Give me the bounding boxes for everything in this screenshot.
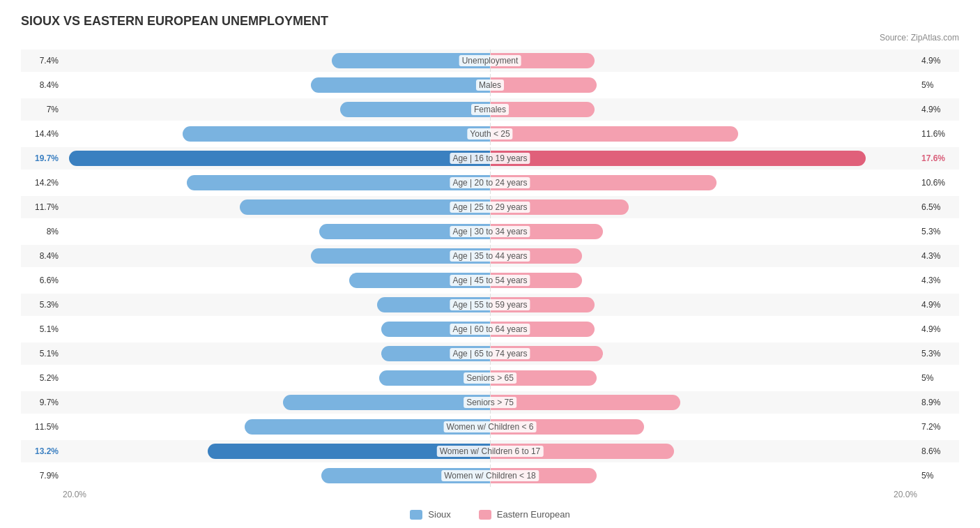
bars-wrapper: Age | 45 to 54 years <box>63 269 917 292</box>
bars-wrapper: Age | 16 to 19 years <box>63 147 917 169</box>
chart-row: 5.3%Age | 55 to 59 years4.9% <box>21 294 959 316</box>
bars-wrapper: Unemployment <box>63 50 917 72</box>
center-label: Youth < 25 <box>467 128 512 139</box>
bar-left <box>311 77 490 93</box>
bars-wrapper: Females <box>63 98 917 121</box>
right-value: 4.3% <box>917 251 959 261</box>
center-label: Age | 45 to 54 years <box>450 275 530 286</box>
right-value: 4.9% <box>917 56 959 66</box>
chart-title: SIOUX VS EASTERN EUROPEAN UNEMPLOYMENT <box>21 14 959 29</box>
bar-left <box>283 395 490 410</box>
right-value: 5% <box>917 80 959 90</box>
legend-sioux-label: Sioux <box>428 509 451 520</box>
center-label: Women w/ Children < 18 <box>441 470 539 481</box>
bars-wrapper: Women w/ Children < 6 <box>63 416 917 438</box>
legend-eastern-label: Eastern European <box>497 509 570 520</box>
bars-wrapper: Males <box>63 74 917 96</box>
left-value: 9.7% <box>21 398 63 407</box>
bar-left <box>340 102 490 117</box>
bar-right <box>490 151 866 166</box>
chart-row: 13.2%Women w/ Children 6 to 178.6% <box>21 440 959 462</box>
legend: Sioux Eastern European <box>21 509 959 520</box>
center-label: Age | 25 to 29 years <box>450 202 530 213</box>
chart-area: 7.4%Unemployment4.9%8.4%Males5%7%Females… <box>21 50 959 499</box>
right-value: 5% <box>917 471 959 481</box>
right-value: 10.6% <box>917 178 959 188</box>
right-value: 8.9% <box>917 398 959 407</box>
left-value: 5.2% <box>21 373 63 383</box>
legend-sioux-box <box>410 510 422 520</box>
right-value: 4.3% <box>917 276 959 285</box>
center-label: Age | 20 to 24 years <box>450 177 530 188</box>
chart-row: 11.5%Women w/ Children < 67.2% <box>21 416 959 438</box>
center-label: Unemployment <box>459 55 521 66</box>
legend-sioux: Sioux <box>410 509 451 520</box>
right-value: 5% <box>917 373 959 383</box>
chart-row: 6.6%Age | 45 to 54 years4.3% <box>21 269 959 292</box>
bars-wrapper: Age | 65 to 74 years <box>63 342 917 365</box>
center-label: Age | 65 to 74 years <box>450 348 530 359</box>
center-label: Age | 60 to 64 years <box>450 324 530 335</box>
right-value: 4.9% <box>917 300 959 310</box>
axis-row: 20.0% 20.0% <box>21 490 959 499</box>
chart-row: 14.4%Youth < 2511.6% <box>21 123 959 145</box>
left-value: 6.6% <box>21 276 63 285</box>
left-value: 5.1% <box>21 349 63 359</box>
center-label: Males <box>476 80 504 91</box>
legend-eastern-box <box>479 510 491 520</box>
left-value: 7% <box>21 105 63 114</box>
chart-row: 5.1%Age | 60 to 64 years4.9% <box>21 318 959 340</box>
chart-row: 7%Females4.9% <box>21 98 959 121</box>
center-label: Age | 16 to 19 years <box>450 153 530 164</box>
center-label: Age | 35 to 44 years <box>450 250 530 262</box>
center-label: Seniors > 75 <box>464 397 516 408</box>
axis-left: 20.0% <box>63 490 86 499</box>
center-label: Females <box>471 104 509 115</box>
left-value: 5.1% <box>21 324 63 334</box>
chart-row: 7.9%Women w/ Children < 185% <box>21 465 959 487</box>
right-value: 6.5% <box>917 202 959 212</box>
left-value: 5.3% <box>21 300 63 310</box>
chart-row: 8%Age | 30 to 34 years5.3% <box>21 220 959 243</box>
bars-wrapper: Age | 30 to 34 years <box>63 220 917 243</box>
bars-wrapper: Age | 20 to 24 years <box>63 172 917 194</box>
chart-row: 9.7%Seniors > 758.9% <box>21 391 959 414</box>
right-value: 11.6% <box>917 129 959 139</box>
chart-row: 11.7%Age | 25 to 29 years6.5% <box>21 196 959 218</box>
left-value: 8.4% <box>21 80 63 90</box>
chart-row: 14.2%Age | 20 to 24 years10.6% <box>21 172 959 194</box>
left-value: 8% <box>21 227 63 236</box>
chart-row: 8.4%Age | 35 to 44 years4.3% <box>21 245 959 267</box>
left-value: 11.7% <box>21 202 63 212</box>
chart-row: 5.1%Age | 65 to 74 years5.3% <box>21 342 959 365</box>
right-value: 4.9% <box>917 105 959 114</box>
source-label: Source: ZipAtlas.com <box>21 33 959 43</box>
chart-row: 7.4%Unemployment4.9% <box>21 50 959 72</box>
bar-left <box>69 151 490 166</box>
bar-left <box>187 175 490 190</box>
center-label: Seniors > 65 <box>464 372 516 384</box>
left-value: 14.2% <box>21 178 63 188</box>
left-value: 13.2% <box>21 446 63 456</box>
bar-right <box>490 395 680 410</box>
left-value: 7.4% <box>21 56 63 66</box>
bars-wrapper: Age | 55 to 59 years <box>63 294 917 316</box>
bar-right <box>490 126 738 142</box>
left-value: 8.4% <box>21 251 63 261</box>
left-value: 19.7% <box>21 153 63 163</box>
left-value: 14.4% <box>21 129 63 139</box>
bars-wrapper: Age | 25 to 29 years <box>63 196 917 218</box>
right-value: 8.6% <box>917 446 959 456</box>
center-label: Age | 55 to 59 years <box>450 299 530 310</box>
center-label: Age | 30 to 34 years <box>450 226 530 237</box>
chart-row: 8.4%Males5% <box>21 74 959 96</box>
bars-wrapper: Seniors > 65 <box>63 367 917 389</box>
right-value: 5.3% <box>917 349 959 359</box>
axis-right: 20.0% <box>894 490 917 499</box>
center-label: Women w/ Children 6 to 17 <box>437 446 544 457</box>
right-value: 7.2% <box>917 422 959 432</box>
bars-wrapper: Women w/ Children < 18 <box>63 465 917 487</box>
right-value: 4.9% <box>917 324 959 334</box>
bars-wrapper: Women w/ Children 6 to 17 <box>63 440 917 462</box>
chart-row: 19.7%Age | 16 to 19 years17.6% <box>21 147 959 169</box>
